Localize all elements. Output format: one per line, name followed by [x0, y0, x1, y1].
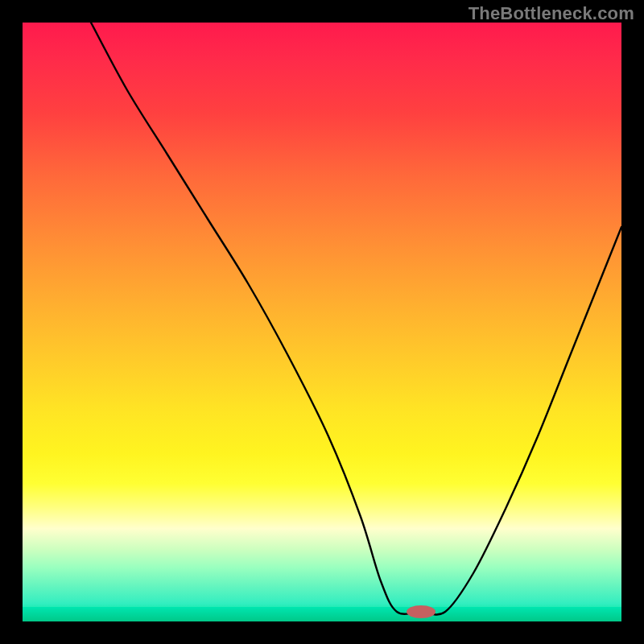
chart-container: TheBottleneck.com	[0, 0, 644, 644]
bottleneck-curve	[91, 23, 621, 615]
watermark-text: TheBottleneck.com	[469, 3, 634, 24]
optimal-marker	[407, 605, 436, 618]
plot-area	[23, 23, 621, 621]
curve-svg	[23, 23, 621, 621]
